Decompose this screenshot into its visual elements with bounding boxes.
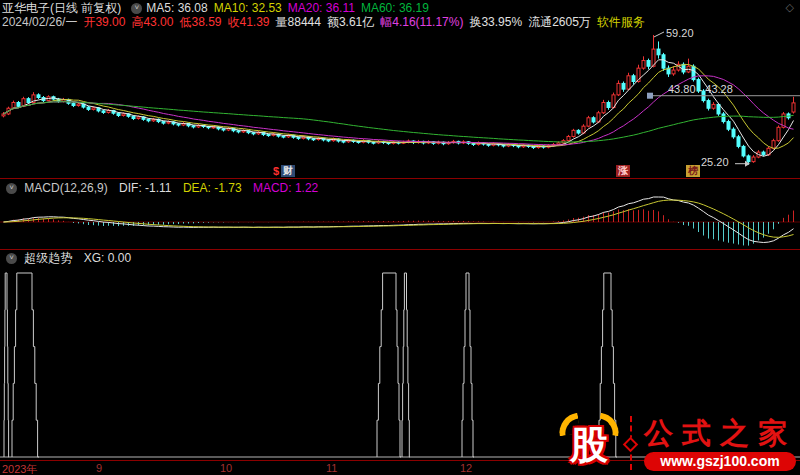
low-price-label: 25.20	[701, 156, 729, 168]
logo-character: 股	[570, 420, 608, 471]
stock-app-window: 亚华电子(日线 前复权)˅MA5: 36.08MA10: 32.53MA20: …	[0, 0, 800, 475]
watermark-diamond-icon	[623, 437, 639, 453]
macd-panel[interactable]	[0, 197, 800, 246]
macd-header: ˅ MACD(12,26,9) DIF: -1.11 DEA: -1.73 MA…	[2, 181, 326, 195]
watermark: 股 公式之家 www.gszj100.com	[558, 414, 800, 474]
macd-dif-value: DIF: -1.11	[119, 181, 171, 195]
event-badge[interactable]: 财	[281, 165, 295, 177]
watermark-brand: 公式之家	[644, 414, 796, 454]
kline-panel[interactable]	[2, 35, 795, 165]
macd-dea-value: DEA: -1.73	[183, 181, 242, 195]
macd-hist-value: MACD: 1.22	[253, 181, 318, 195]
high-price-label: 59.20	[666, 27, 694, 39]
trend-xg-value: XG: 0.00	[84, 251, 131, 265]
collapse-macd-icon[interactable]: ˅	[6, 183, 17, 194]
event-badge[interactable]: 涨	[616, 165, 630, 177]
axis-label: 12	[460, 462, 472, 474]
axis-label: 10	[220, 462, 232, 474]
axis-label: 9	[96, 462, 102, 474]
divider-main-macd	[0, 178, 800, 179]
chart-canvas[interactable]	[0, 0, 800, 475]
watermark-url[interactable]: www.gszj100.com	[644, 452, 796, 471]
hline-price-label[interactable]: 43.80 - 43.28	[668, 83, 733, 95]
trend-title: 超级趋势	[24, 251, 72, 265]
axis-label: 2023年	[2, 462, 37, 475]
collapse-trend-icon[interactable]: ˅	[6, 253, 17, 264]
bull-logo: 股	[558, 414, 624, 472]
trend-header: ˅ 超级趋势 XG: 0.00	[2, 251, 139, 265]
money-icon: $	[273, 165, 279, 177]
macd-title: MACD(12,26,9)	[24, 181, 107, 195]
divider-macd-trend	[0, 249, 800, 250]
axis-label: 11	[326, 462, 337, 474]
event-badge[interactable]: 榜	[686, 165, 700, 177]
